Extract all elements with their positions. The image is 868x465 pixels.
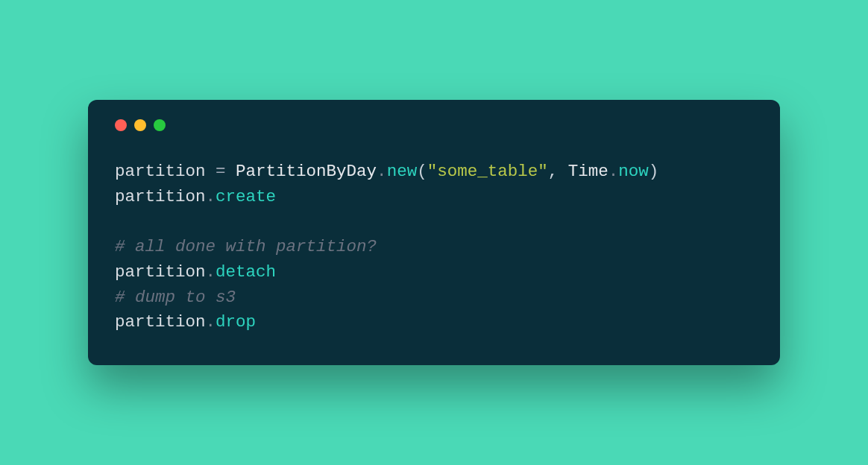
close-icon[interactable] bbox=[115, 119, 127, 131]
token-comment: # dump to s3 bbox=[115, 288, 236, 307]
code-block: partition = PartitionByDay.new("some_tab… bbox=[115, 159, 753, 335]
token-comment: # all done with partition? bbox=[115, 237, 377, 256]
token-dot: . bbox=[608, 162, 619, 181]
token-string: "some_table" bbox=[427, 162, 548, 181]
token-space bbox=[226, 162, 236, 181]
token-space bbox=[558, 162, 568, 181]
code-line: partition = PartitionByDay.new("some_tab… bbox=[115, 159, 753, 185]
token-dot: . bbox=[206, 262, 216, 282]
token-dot: . bbox=[377, 162, 387, 181]
code-line: # all done with partition? bbox=[115, 235, 753, 260]
token-var: partition bbox=[115, 187, 206, 206]
token-paren: ) bbox=[649, 162, 659, 181]
code-line: partition.detach bbox=[115, 260, 753, 285]
token-method: now bbox=[618, 162, 649, 181]
token-var: partition bbox=[115, 312, 206, 332]
token-method: new bbox=[387, 162, 418, 181]
token-var: partition bbox=[115, 162, 206, 181]
maximize-icon[interactable] bbox=[154, 119, 166, 131]
token-comma: , bbox=[548, 162, 559, 181]
code-window: partition = PartitionByDay.new("some_tab… bbox=[88, 100, 780, 365]
token-space bbox=[206, 162, 216, 181]
code-line bbox=[115, 209, 753, 235]
code-line: partition.drop bbox=[115, 310, 753, 335]
code-line: # dump to s3 bbox=[115, 285, 753, 311]
token-class: PartitionByDay bbox=[236, 162, 377, 181]
token-method: drop bbox=[216, 312, 256, 332]
token-paren: ( bbox=[417, 162, 427, 181]
token-method: create bbox=[216, 187, 276, 206]
code-line: partition.create bbox=[115, 185, 753, 210]
token-method: detach bbox=[216, 262, 276, 282]
token-const: Time bbox=[568, 162, 608, 181]
token-var: partition bbox=[115, 262, 206, 282]
token-dot: . bbox=[206, 187, 216, 206]
token-op: = bbox=[216, 162, 226, 181]
token-dot: . bbox=[206, 312, 216, 332]
traffic-lights bbox=[115, 119, 753, 131]
minimize-icon[interactable] bbox=[134, 119, 146, 131]
